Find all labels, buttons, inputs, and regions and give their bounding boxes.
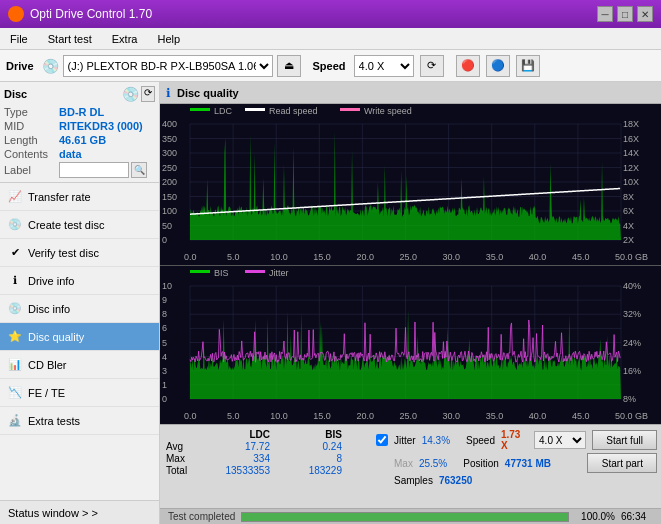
type-value: BD-R DL (59, 106, 104, 118)
jitter-checkbox[interactable] (376, 434, 388, 446)
disc-quality-header: ℹ Disc quality (160, 82, 661, 104)
bis-total: 183229 (278, 465, 342, 476)
top-chart (160, 104, 661, 266)
extra-tests-icon: 🔬 (8, 414, 22, 428)
contents-value: data (59, 148, 82, 160)
nav-label-verify-test-disc: Verify test disc (28, 247, 99, 259)
speed-label-stats: Speed (466, 435, 495, 446)
drive-icon: 💿 (42, 58, 59, 74)
bis-header: BIS (278, 429, 342, 440)
label-input[interactable] (59, 162, 129, 178)
bis-chart-canvas (160, 266, 661, 424)
jitter-max-spacer: Max (394, 458, 413, 469)
eject-button[interactable]: ⏏ (277, 55, 301, 77)
progress-fill (242, 513, 568, 521)
status-window-button[interactable]: Status window > > (0, 500, 159, 524)
total-label: Total (166, 465, 198, 476)
speed-select-stats[interactable]: 4.0 X (534, 431, 586, 449)
speed-icon-btn[interactable]: ⟳ (420, 55, 444, 77)
sidebar-item-create-test-disc[interactable]: 💿 Create test disc (0, 211, 159, 239)
save-btn[interactable]: 💾 (516, 55, 540, 77)
sidebar-item-disc-quality[interactable]: ⭐ Disc quality (0, 323, 159, 351)
dq-title: Disc quality (177, 87, 239, 99)
avg-label: Avg (166, 441, 198, 452)
main-area: Disc 💿 ⟳ Type BD-R DL MID RITEKDR3 (000)… (0, 82, 661, 524)
progress-percent: 100.0% (575, 511, 615, 522)
menubar: File Start test Extra Help (0, 28, 661, 50)
label-label: Label (4, 164, 59, 176)
stats-bar: LDC BIS Avg 17.72 0.24 Max 334 8 Total (160, 424, 661, 524)
nav-label-disc-quality: Disc quality (28, 331, 84, 343)
settings-btn[interactable]: 🔵 (486, 55, 510, 77)
sidebar-item-transfer-rate[interactable]: 📈 Transfer rate (0, 183, 159, 211)
nav-label-fe-te: FE / TE (28, 387, 65, 399)
sidebar-item-drive-info[interactable]: ℹ Drive info (0, 267, 159, 295)
disc-refresh-btn[interactable]: ⟳ (141, 86, 155, 102)
mid-label: MID (4, 120, 59, 132)
transfer-rate-icon: 📈 (8, 190, 22, 204)
bis-max: 8 (278, 453, 342, 464)
close-button[interactable]: ✕ (637, 6, 653, 22)
progress-time: 66:34 (621, 511, 657, 522)
position-label: Position (463, 458, 499, 469)
menu-help[interactable]: Help (151, 31, 186, 47)
menu-start-test[interactable]: Start test (42, 31, 98, 47)
nav-label-cd-bler: CD Bler (28, 359, 67, 371)
bottom-chart (160, 266, 661, 424)
mid-value: RITEKDR3 (000) (59, 120, 143, 132)
status-window-label: Status window > > (8, 507, 98, 519)
drive-info-icon: ℹ (8, 274, 22, 288)
sidebar-item-cd-bler[interactable]: 📊 CD Bler (0, 351, 159, 379)
speed-value: 1.73 X (501, 429, 528, 451)
disc-section: Disc 💿 ⟳ Type BD-R DL MID RITEKDR3 (000)… (0, 82, 159, 183)
position-row: Max 25.5% Position 47731 MB Start part (376, 453, 657, 473)
create-test-disc-icon: 💿 (8, 218, 22, 232)
sidebar-item-extra-tests[interactable]: 🔬 Extra tests (0, 407, 159, 435)
nav-list: 📈 Transfer rate 💿 Create test disc ✔ Ver… (0, 183, 159, 435)
nav-label-disc-info: Disc info (28, 303, 70, 315)
ldc-max: 334 (206, 453, 270, 464)
menu-file[interactable]: File (4, 31, 34, 47)
dq-icon: ℹ (166, 86, 171, 100)
maximize-button[interactable]: □ (617, 6, 633, 22)
disc-quality-btn[interactable]: 🔴 (456, 55, 480, 77)
drive-label: Drive (6, 60, 34, 72)
progress-track (241, 512, 569, 522)
speed-select[interactable]: 4.0 X (354, 55, 414, 77)
bis-avg: 0.24 (278, 441, 342, 452)
sidebar-item-disc-info[interactable]: 💿 Disc info (0, 295, 159, 323)
charts-area (160, 104, 661, 424)
max-label: Max (166, 453, 198, 464)
disc-info-grid: Type BD-R DL MID RITEKDR3 (000) Length 4… (4, 106, 155, 160)
start-full-button[interactable]: Start full (592, 430, 658, 450)
right-panel: ℹ Disc quality LDC BIS (160, 82, 661, 524)
ldc-avg: 17.72 (206, 441, 270, 452)
disc-quality-icon: ⭐ (8, 330, 22, 344)
contents-label: Contents (4, 148, 59, 160)
sidebar-item-verify-test-disc[interactable]: ✔ Verify test disc (0, 239, 159, 267)
stats-columns: LDC BIS Avg 17.72 0.24 Max 334 8 Total (166, 429, 366, 504)
minimize-button[interactable]: ─ (597, 6, 613, 22)
start-part-button[interactable]: Start part (587, 453, 657, 473)
drive-select[interactable]: (J:) PLEXTOR BD-R PX-LB950SA 1.06 (63, 55, 273, 77)
label-icon-btn[interactable]: 🔍 (131, 162, 147, 178)
jitter-avg: 14.3% (422, 435, 450, 446)
drivebar: Drive 💿 (J:) PLEXTOR BD-R PX-LB950SA 1.0… (0, 50, 661, 82)
sidebar-item-fe-te[interactable]: 📉 FE / TE (0, 379, 159, 407)
disc-header-icon: 💿 ⟳ (122, 86, 155, 102)
jitter-row: Jitter 14.3% Speed 1.73 X 4.0 X Start fu… (376, 429, 657, 451)
disc-title: Disc (4, 88, 27, 100)
left-panel: Disc 💿 ⟳ Type BD-R DL MID RITEKDR3 (000)… (0, 82, 160, 524)
window-controls: ─ □ ✕ (597, 6, 653, 22)
nav-label-extra-tests: Extra tests (28, 415, 80, 427)
stats-table-area: LDC BIS Avg 17.72 0.24 Max 334 8 Total (160, 425, 661, 508)
nav-label-drive-info: Drive info (28, 275, 74, 287)
menu-extra[interactable]: Extra (106, 31, 144, 47)
nav-label-create-test-disc: Create test disc (28, 219, 104, 231)
jitter-max: 25.5% (419, 458, 447, 469)
type-label: Type (4, 106, 59, 118)
speed-label: Speed (313, 60, 346, 72)
fe-te-icon: 📉 (8, 386, 22, 400)
samples-value: 763250 (439, 475, 472, 486)
ldc-total: 13533353 (206, 465, 270, 476)
